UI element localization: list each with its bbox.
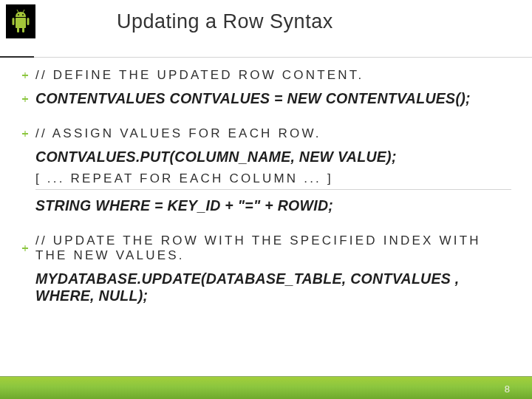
page-number: 8 [505,383,510,395]
header: Updating a Row Syntax [0,0,532,41]
bullet-icon [22,131,28,137]
svg-rect-1 [13,18,15,25]
bullet-icon [22,245,28,251]
code-line: CONTENTVALUES CONTVALUES = NEW CONTENTVA… [35,90,511,107]
svg-point-7 [18,14,19,16]
code-line: CONTVALUES.PUT(COLUMN_NAME, NEW VALUE); [35,149,511,166]
svg-point-8 [22,14,24,16]
svg-rect-14 [24,131,26,137]
code-comment: // UPDATE THE ROW WITH THE SPECIFIED IND… [35,233,511,263]
page-title: Updating a Row Syntax [117,10,333,33]
svg-line-5 [17,10,18,13]
svg-line-6 [23,10,24,13]
android-logo [6,4,35,38]
svg-rect-4 [22,27,24,33]
repeat-note: [ ... REPEAT FOR EACH COLUMN ... ] [35,171,511,186]
code-comment: // DEFINE THE UPDATED ROW CONTENT. [35,68,511,83]
footer-bar [0,377,532,399]
bullet-icon [22,96,28,102]
code-line: MYDATABASE.UPDATE(DATABASE_TABLE, CONTVA… [35,270,511,304]
svg-rect-10 [24,72,26,78]
slide-body: // DEFINE THE UPDATED ROW CONTENT. CONTE… [35,68,511,304]
code-comment: // ASSIGN VALUES FOR EACH ROW. [35,126,511,141]
svg-rect-16 [24,245,26,251]
divider [35,189,511,190]
svg-rect-0 [16,18,26,28]
svg-rect-12 [24,96,26,102]
code-line: STRING WHERE = KEY_ID + "=" + ROWID; [35,197,511,214]
header-separator [0,56,532,58]
svg-rect-2 [27,18,30,25]
bullet-icon [22,72,28,78]
svg-rect-3 [17,27,19,33]
